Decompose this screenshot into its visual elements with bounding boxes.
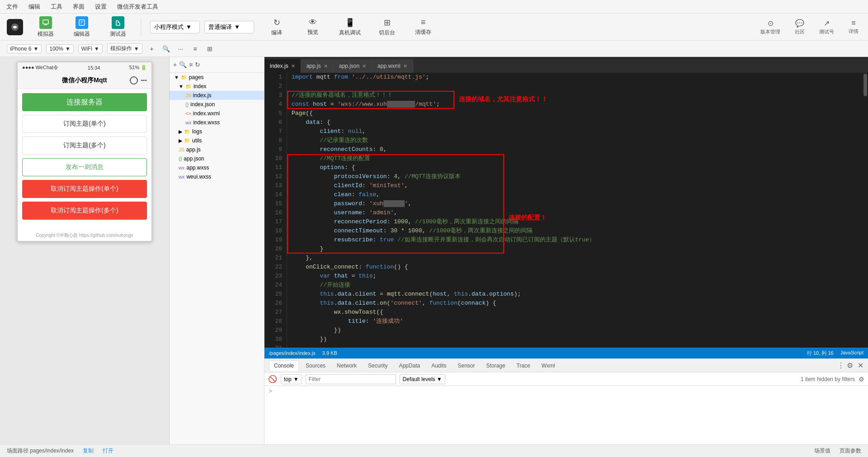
menu-edit[interactable]: 编辑 [27,2,42,12]
console-more-icon[interactable]: ⋮ [837,361,844,370]
tree-file-app-wxss[interactable]: wx app.wxss [170,163,264,172]
open-link[interactable]: 打开 [103,447,113,455]
tree-file-index-wxss[interactable]: wx index.wxss [170,118,264,127]
real-device-btn[interactable]: 📱 真机调试 [335,15,364,39]
app-js-label: app.js [186,146,201,153]
subscribe-multi-btn[interactable]: 订阅主题(多个) [22,137,147,155]
simulator-btn[interactable]: 模拟器 [32,14,59,40]
add-file-icon[interactable]: + [173,61,177,68]
device-select[interactable]: iPhone 6 ▼ [7,44,42,53]
list-btn[interactable]: ≡ [190,44,200,54]
tab-console[interactable]: Console [269,360,299,371]
editor-btn[interactable]: 编辑器 [68,14,95,40]
code-line-2 [292,82,863,91]
code-lines: import mqtt from '../../utils/mqtt.js'; … [287,73,868,348]
editor-content[interactable]: 12345 678910 1112131415 1617181920 21222… [264,73,868,348]
close-tab-icon-2[interactable]: ✕ [324,63,328,69]
console-filter-settings-icon[interactable]: ⚙ [859,376,864,383]
more-btn[interactable]: ··· [176,44,186,54]
network-select[interactable]: WiFi ▼ [78,44,103,53]
connect-server-btn[interactable]: 连接服务器 [22,93,147,111]
compile-mode-select[interactable]: 普通编译 ▼ [204,21,254,33]
preview-btn[interactable]: 👁 预览 [299,15,326,38]
tab-audits[interactable]: Audits [427,361,451,371]
menu-interface[interactable]: 界面 [71,2,86,12]
scrollbar[interactable] [863,73,868,348]
tab-app-js[interactable]: app.js ✕ [301,59,334,73]
page-params-btn[interactable]: 页面参数 [840,447,861,455]
code-line-23: var that = this; [292,272,863,281]
tree-file-index-js[interactable]: JS index.js [170,91,264,100]
scene-value-btn[interactable]: 场景值 [814,447,830,455]
tree-folder-utils[interactable]: ▶ 📁 utils [170,136,264,145]
menu-file[interactable]: 文件 [5,2,20,12]
top-selector[interactable]: top ▼ [281,374,302,384]
search-btn[interactable]: 🔍 [161,44,171,54]
tab-app-wxml[interactable]: app.wxml ✕ [372,59,413,73]
details-btn[interactable]: ≡ 详情 [846,18,861,36]
tab-appdata[interactable]: AppData [394,361,425,371]
close-tab-icon[interactable]: ✕ [291,63,295,69]
tree-file-app-json[interactable]: {} app.json [170,154,264,163]
status-right: 行 10, 列 16 JavaScript [807,350,863,357]
tab-storage[interactable]: Storage [482,361,510,371]
test-btn[interactable]: ↗ 测试号 [816,18,837,37]
tab-security[interactable]: Security [363,361,392,371]
unsubscribe-multi-btn[interactable]: 取消订阅主题操作(多个) [22,202,147,220]
js-file-icon: JS [185,93,191,98]
menu-devtools[interactable]: 微信开发者工具 [115,2,160,12]
unsubscribe-single-btn[interactable]: 取消订阅主题操作(单个) [22,180,147,198]
chevron-down-icon-7: ▼ [293,376,299,382]
editor-panel: index.js ✕ app.js ✕ app.json ✕ app.wxml … [264,57,868,358]
cut-page-btn[interactable]: ⊞ 切后台 [373,15,401,39]
tab-app-json[interactable]: app.json ✕ [334,59,372,73]
code-line-18: connectTimeout: 30 * 1000, //1000毫秒，两次重新… [292,226,863,236]
community-btn[interactable]: 💬 社区 [792,18,807,37]
clear-cache-btn[interactable]: ≡ 清缓存 [410,15,437,38]
tree-file-index-wxml[interactable]: <> index.wxml [170,109,264,118]
scale-select[interactable]: 100% ▼ [46,44,74,53]
clear-console-icon[interactable]: 🚫 [268,375,277,383]
level-select[interactable]: Default levels ▼ [400,374,445,384]
collapse-icon[interactable]: ≡ [189,61,193,68]
code-line-8: //记录重连的次数 [292,136,863,145]
tab-trace[interactable]: Trace [512,361,535,371]
folder-icon: 📁 [181,75,187,80]
tab-sensor[interactable]: Sensor [453,361,480,371]
tab-index-js[interactable]: index.js ✕ [264,59,301,73]
close-tab-icon-3[interactable]: ✕ [362,63,366,69]
tab-sources[interactable]: Sources [301,361,330,371]
dots-icon[interactable]: ··· [141,76,147,85]
editor-icon [75,16,88,29]
publish-btn[interactable]: 发布一则消息 [22,158,147,176]
version-mgmt-btn[interactable]: ⊙ 版本管理 [758,18,783,37]
compile-btn[interactable]: ↻ 编译 [263,15,290,39]
tree-folder-logs[interactable]: ▶ 📁 logs [170,127,264,136]
tab-wxml[interactable]: Wxml [537,361,560,371]
refresh-icon[interactable]: ↻ [195,61,200,68]
tree-folder-index[interactable]: ▼ 📁 index [170,82,264,91]
tester-btn[interactable]: 测试器 [104,14,132,40]
search-tree-icon[interactable]: 🔍 [179,61,187,68]
tab-network[interactable]: Network [332,361,361,371]
tree-file-weui-wxss[interactable]: wx weui.wxss [170,172,264,181]
menu-settings[interactable]: 设置 [93,2,108,12]
eye-icon: 👁 [309,18,317,27]
copy-link[interactable]: 复制 [83,447,94,455]
tree-folder-pages[interactable]: ▼ 📁 pages [170,73,264,82]
console-settings-icon[interactable]: ⚙ [847,361,853,370]
app-mode-select[interactable]: 小程序模式 ▼ [150,21,200,33]
tree-file-app-js[interactable]: JS app.js [170,145,264,154]
grid-btn[interactable]: ⊞ [205,44,215,54]
scrollbar-thumb[interactable] [863,74,867,96]
tree-file-index-json[interactable]: {} index.json [170,100,264,109]
menu-tools[interactable]: 工具 [49,2,64,12]
console-close-btn[interactable]: ✕ [858,361,863,370]
cut-icon: ⊞ [384,18,391,28]
close-tab-icon-4[interactable]: ✕ [403,63,407,69]
subscribe-single-btn[interactable]: 订阅主题(单个) [22,115,147,133]
sim-mode-select[interactable]: 模拟操作 ▼ [107,43,142,54]
add-btn[interactable]: + [147,44,157,54]
editor-status-bar: /pages/index/index.js 3.9 KB 行 10, 列 16 … [264,348,868,358]
console-filter-input[interactable] [306,374,396,384]
